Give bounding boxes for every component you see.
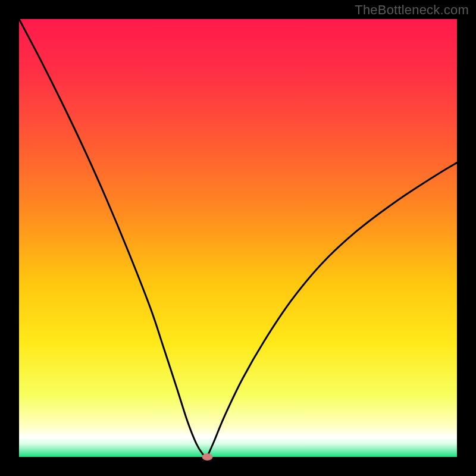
chart-frame: TheBottleneck.com xyxy=(0,0,476,476)
plot-background xyxy=(19,19,457,457)
optimum-marker xyxy=(202,453,212,461)
bottleneck-chart xyxy=(0,0,476,476)
